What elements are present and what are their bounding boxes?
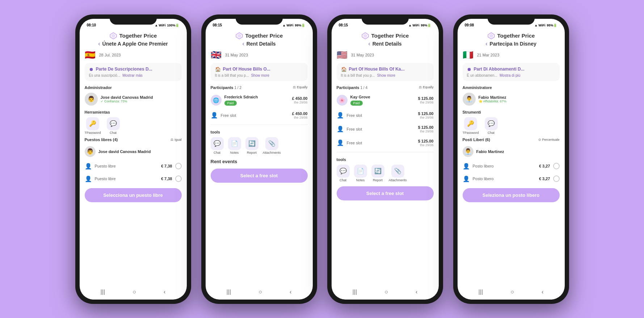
subscription-card-3: 🏠 Part Of House Bills Of Ka... It is a b… bbox=[337, 63, 434, 81]
show-more-2[interactable]: Show more bbox=[251, 73, 269, 77]
participants-label-3: Participants bbox=[337, 85, 361, 90]
tool-chat-label-4: Chat bbox=[488, 131, 494, 135]
signal-1: ▲ WiFi bbox=[155, 24, 165, 27]
admin-row-4: 👨‍💼 Fabio Martinez ⭐ Affidabilità: 67% bbox=[463, 93, 560, 106]
slot-price-4a: € 3,27 bbox=[539, 164, 550, 168]
home-lines-1: ||| bbox=[101, 289, 105, 295]
back-btn-4[interactable]: ‹ bbox=[485, 41, 487, 47]
tool-notes-label-3: Notes bbox=[356, 178, 365, 182]
admin-badge-4: ⭐ Affidabilità: 67% bbox=[479, 99, 560, 103]
free-slot-row-4a: 👤 Posto libero € 3,27 bbox=[463, 161, 560, 171]
tool-report-2[interactable]: 🔄 Report bbox=[245, 137, 258, 154]
select-btn-4[interactable]: Seleziona un posto libero bbox=[463, 188, 560, 202]
free-slot-row-3a: 👤 Free slot $ 125.00 the 29/06 bbox=[337, 110, 434, 121]
tool-chat-3[interactable]: 💬 Chat bbox=[337, 165, 350, 182]
home-back-3[interactable]: ‹ bbox=[416, 289, 417, 295]
show-more-4[interactable]: Mostra di più bbox=[500, 73, 520, 77]
tools-grid-2: 💬 Chat 📄 Notes 🔄 Report 📎 Attachments bbox=[211, 137, 308, 154]
tool-chat-1[interactable]: 💬 Chat bbox=[107, 117, 120, 135]
tool-notes-2[interactable]: 📄 Notes bbox=[228, 137, 241, 154]
page-title-4: Partecipa In Disney bbox=[490, 41, 536, 47]
tool-notes-3[interactable]: 📄 Notes bbox=[354, 165, 367, 182]
home-bar-4: ||| ○ ‹ bbox=[458, 286, 565, 300]
chat-icon-2: 💬 bbox=[211, 137, 224, 150]
free-slot-icon-2a: 👤 bbox=[211, 112, 218, 119]
notes-icon-3: 📄 bbox=[354, 165, 367, 178]
page-title-1: Únete A Apple One Premier bbox=[102, 41, 168, 47]
battery-4: 95%🔋 bbox=[547, 24, 557, 27]
tool-notes-label-2: Notes bbox=[230, 151, 239, 154]
free-slot-row-4b: 👤 Posto libero € 3,27 bbox=[463, 174, 560, 184]
app-title-1: Together Price bbox=[119, 33, 157, 39]
home-back-2[interactable]: ‹ bbox=[290, 289, 291, 295]
battery-2: 99%🔋 bbox=[295, 24, 305, 27]
slot-checkbox-4b[interactable] bbox=[553, 175, 560, 182]
price-date-3a: the 29/06 bbox=[418, 101, 434, 104]
tool-tpassword-1[interactable]: 🔑 TPassword bbox=[85, 117, 101, 135]
flag-4: 🇮🇹 bbox=[463, 50, 473, 60]
slot-name-3a: Free slot bbox=[347, 113, 415, 118]
home-circle-4[interactable]: ○ bbox=[510, 289, 514, 295]
slots-label-1: Puestos libres (4) bbox=[85, 137, 118, 142]
home-circle-2[interactable]: ○ bbox=[258, 289, 262, 295]
free-slot-icon-1b: 👤 bbox=[85, 175, 92, 182]
slot-checkbox-1b[interactable] bbox=[175, 175, 182, 182]
admin-row-1: 👨 Jose david Canovas Madrid ✓ Confianza:… bbox=[85, 93, 182, 106]
slot-checkbox-1a[interactable] bbox=[175, 163, 182, 169]
price-2a: £ 450.00 bbox=[292, 96, 308, 101]
slot-date-3a: the 29/06 bbox=[418, 116, 434, 119]
show-more-1[interactable]: Mostrar más bbox=[122, 73, 143, 77]
slot-checkbox-4a[interactable] bbox=[553, 163, 560, 169]
home-back-1[interactable]: ‹ bbox=[164, 289, 165, 295]
tool-tpassword-4[interactable]: 🔑 TPassword bbox=[463, 117, 479, 135]
slot-date-3b: the 29/06 bbox=[418, 130, 434, 133]
tool-chat-4[interactable]: 💬 Chat bbox=[485, 117, 498, 135]
home-back-4[interactable]: ‹ bbox=[542, 289, 543, 295]
back-btn-1[interactable]: ‹ bbox=[98, 41, 100, 47]
tool-chat-label-3: Chat bbox=[340, 178, 346, 182]
sub-icon-2: 🏠 bbox=[215, 67, 221, 72]
slot-name-1b: Puesto libre bbox=[95, 177, 158, 181]
slot-name-4b: Posto libero bbox=[473, 177, 536, 181]
free-slot-row-1b: 👤 Puesto libre € 7,38 bbox=[85, 174, 182, 184]
select-btn-2[interactable]: Select a free slot bbox=[211, 169, 308, 183]
admin-name-4: Fabio Martinez bbox=[479, 95, 560, 99]
home-lines-3: ||| bbox=[353, 289, 357, 295]
tool-attachments-3[interactable]: 📎 Attachments bbox=[389, 165, 407, 182]
subscription-card-1: ⏺ Parte De Suscripciones D... Es una sus… bbox=[85, 63, 182, 81]
free-slot-row-1a: 👤 Puesto libre € 7,38 bbox=[85, 161, 182, 171]
admin-badge-1: ✓ Confianza: 73% bbox=[101, 99, 182, 103]
sub-icon-3: 🏠 bbox=[341, 67, 347, 72]
select-btn-1[interactable]: Selecciona un puesto libre bbox=[85, 188, 182, 202]
home-circle-3[interactable]: ○ bbox=[384, 289, 388, 295]
home-bar-3: ||| ○ ‹ bbox=[332, 286, 439, 300]
tool-attachments-2[interactable]: 📎 Attachments bbox=[263, 137, 281, 154]
admin-label-1: Administrador bbox=[85, 85, 182, 90]
tool-report-3[interactable]: 🔄 Report bbox=[371, 165, 384, 182]
select-btn-3[interactable]: Select a free slot bbox=[337, 186, 434, 200]
battery-1: 100%🔋 bbox=[167, 24, 179, 27]
back-btn-2[interactable]: ‹ bbox=[242, 41, 244, 47]
tool-attachments-label-2: Attachments bbox=[263, 151, 281, 154]
flag-date-1: 🇪🇸 28 Jul. 2023 bbox=[85, 50, 182, 60]
admin-label-4: Amministratore bbox=[463, 85, 560, 90]
back-btn-3[interactable]: ‹ bbox=[368, 41, 370, 47]
participant-row-2a: 🌐 Frederick Sdraich Paid £ 450.00 the 29… bbox=[211, 93, 308, 107]
date-3: 31 May 2023 bbox=[351, 53, 374, 57]
divider-2 bbox=[211, 124, 308, 125]
participants-header-3: Participants 1 / 4 ⚖ Equally bbox=[337, 84, 434, 90]
tool-chat-2[interactable]: 💬 Chat bbox=[211, 137, 224, 154]
home-bar-1: ||| ○ ‹ bbox=[80, 286, 187, 300]
signal-4: ▲ WiFi bbox=[534, 24, 545, 27]
free-slot-row-2a: 👤 Free slot £ 450.00 the 29/06 bbox=[211, 110, 308, 121]
show-more-3[interactable]: Show more bbox=[377, 73, 395, 77]
home-circle-1[interactable]: ○ bbox=[132, 289, 136, 295]
phone-1: 08:10 ▲ WiFi 100%🔋 Together Price ‹ Únet… bbox=[75, 14, 191, 304]
key-icon-1: 🔑 bbox=[86, 117, 99, 130]
tool-attachments-label-3: Attachments bbox=[389, 178, 407, 182]
phone-3: 08:15 ▲ WiFi 99%🔋 Together Price ‹ Rent … bbox=[327, 14, 443, 304]
app-header-4: Together Price ‹ Partecipa In Disney bbox=[458, 30, 565, 50]
price-date-2a: the 29/06 bbox=[292, 101, 308, 104]
slot-date-2a: the 29/06 bbox=[292, 116, 308, 119]
slot-name-3c: Free slot bbox=[347, 141, 415, 145]
